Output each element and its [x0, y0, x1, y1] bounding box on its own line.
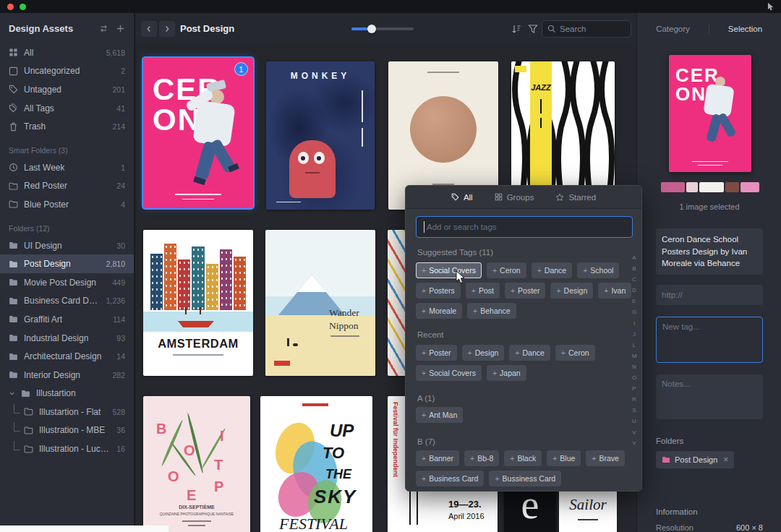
alpha-letter[interactable]: S: [630, 405, 639, 416]
tag-chip[interactable]: +Bussiness Card: [489, 471, 561, 486]
sidebar-item-untagged[interactable]: Untagged 201: [0, 80, 134, 99]
tag-chip[interactable]: +Design: [462, 345, 505, 361]
title-field[interactable]: Ceron Dance School Posters Design by Iva…: [656, 228, 763, 275]
tag-chip[interactable]: +Design: [550, 283, 593, 299]
alpha-letter[interactable]: A: [630, 252, 639, 263]
tab-groups[interactable]: Groups: [495, 193, 534, 202]
alpha-letter[interactable]: U: [630, 416, 639, 426]
poster-biotope[interactable]: B I O T O P E DIX-SEPTIÈME QUINZAINE PHO…: [143, 396, 250, 532]
alpha-letter[interactable]: C: [630, 274, 639, 285]
tab-category[interactable]: Category: [637, 25, 709, 33]
sidebar-item-trash[interactable]: Trash 214: [0, 117, 134, 136]
color-swatch[interactable]: [699, 182, 723, 192]
poster-ceron[interactable]: CER ON 1: [143, 58, 253, 208]
sidebar-item-all-tags[interactable]: All Tags 41: [0, 99, 134, 118]
tag-search-input[interactable]: [416, 216, 633, 238]
tab-all-tags[interactable]: All: [451, 193, 473, 202]
back-button[interactable]: [141, 21, 157, 37]
alpha-letter[interactable]: V: [630, 427, 639, 438]
tag-chip[interactable]: +Ant Man: [416, 407, 463, 423]
sidebar-folder-post-design[interactable]: Post Design 2,810: [0, 254, 134, 273]
zoom-window-button[interactable]: [20, 4, 26, 10]
tag-chip[interactable]: +School: [577, 262, 619, 278]
tab-starred[interactable]: Starred: [555, 193, 596, 202]
sidebar-folder-graffiti-art[interactable]: Graffiti Art 114: [0, 310, 134, 329]
poster-wander-nippon[interactable]: Wander Nippon: [265, 230, 375, 376]
tag-chip[interactable]: +Behance: [467, 303, 516, 319]
color-swatch[interactable]: [686, 182, 698, 192]
sidebar-item-all[interactable]: All 5,618: [0, 43, 134, 62]
tag-chip[interactable]: +Business Card: [416, 471, 484, 486]
sidebar-folder-illustration-mbe[interactable]: Illustration - MBE 36: [0, 421, 134, 440]
folder-chip-post-design[interactable]: Post Design ×: [656, 451, 734, 468]
slider-knob[interactable]: [367, 25, 376, 33]
tag-chip[interactable]: +Banner: [416, 450, 459, 466]
sidebar-item-blue-poster[interactable]: Blue Poster 4: [0, 195, 134, 214]
tag-chip[interactable]: +Poster: [505, 283, 546, 299]
tag-search-field[interactable]: [416, 216, 633, 238]
filter-icon[interactable]: [528, 24, 538, 34]
tag-chip[interactable]: +Black: [504, 450, 542, 466]
color-swatch[interactable]: [725, 182, 740, 192]
alpha-letter[interactable]: N: [630, 361, 639, 372]
sort-folders-icon[interactable]: [99, 24, 108, 33]
tag-chip[interactable]: +Blue: [547, 450, 581, 466]
sidebar-folder-interior-design[interactable]: Interior Design 282: [0, 366, 134, 385]
tag-chip[interactable]: +Ceron: [487, 262, 526, 278]
tag-chip[interactable]: +Poster: [416, 345, 457, 361]
alpha-letter[interactable]: M: [630, 351, 639, 361]
tag-chip[interactable]: +Dance: [532, 262, 573, 278]
tag-chip[interactable]: +Post: [466, 283, 500, 299]
sort-icon[interactable]: [511, 24, 521, 34]
tag-chip[interactable]: +Bb-8: [464, 450, 499, 466]
search-input[interactable]: [560, 25, 622, 33]
alpha-letter[interactable]: E: [630, 296, 639, 306]
tag-chip[interactable]: +Ceron: [555, 345, 595, 361]
sidebar-item-uncategorized[interactable]: Uncategorized 2: [0, 62, 134, 81]
tag-chip[interactable]: +Social Covers: [416, 365, 482, 381]
tag-chip[interactable]: +Dance: [509, 345, 550, 361]
tag-chip[interactable]: +Japan: [487, 365, 526, 381]
alpha-letter[interactable]: O: [630, 372, 639, 383]
thumbnail-size-slider[interactable]: [351, 27, 414, 30]
alpha-letter[interactable]: B: [630, 263, 639, 274]
alpha-letter[interactable]: Y: [630, 438, 639, 449]
tag-chip[interactable]: +Moreale: [416, 303, 462, 319]
forward-button[interactable]: [159, 21, 175, 37]
sidebar-folder-illustration-luca[interactable]: Illustration - Luca... 16: [0, 439, 134, 458]
alpha-letter[interactable]: G: [630, 306, 639, 317]
chevron-down-icon[interactable]: [9, 390, 15, 397]
color-swatch[interactable]: [741, 182, 759, 192]
close-window-button[interactable]: [7, 4, 14, 10]
poster-monkey[interactable]: MONKEY: [266, 61, 375, 210]
color-swatch[interactable]: [661, 182, 685, 192]
sidebar-item-last-week[interactable]: Last Week 1: [0, 158, 134, 177]
selected-image-thumbnail[interactable]: CER ON: [669, 55, 751, 172]
tag-chip[interactable]: +Posters: [416, 283, 461, 299]
tab-selection[interactable]: Selection: [709, 25, 781, 33]
url-field[interactable]: [656, 285, 763, 305]
sidebar-folder-movie-post-design[interactable]: Movie Post Design 449: [0, 273, 134, 292]
alpha-letter[interactable]: R: [630, 394, 639, 405]
alpha-letter[interactable]: D: [630, 285, 639, 296]
tag-chip[interactable]: +Ivan: [598, 283, 631, 299]
tag-chip[interactable]: +Brave: [586, 450, 625, 466]
sidebar-folder-industrial-design[interactable]: Industrial Design 93: [0, 329, 134, 348]
poster-sky-festival[interactable]: UP TO THE SKY FESTIVAL: [260, 396, 372, 532]
tag-chip-social-covers[interactable]: +Social Covers: [416, 262, 482, 278]
sidebar-folder-business-card-design[interactable]: Business Card Design 1,236: [0, 292, 134, 311]
poster-amsterdam[interactable]: AMSTERDAM: [143, 230, 253, 376]
search-box[interactable]: [542, 20, 631, 38]
alpha-letter[interactable]: J: [630, 329, 639, 340]
sidebar-folder-ui-design[interactable]: UI Design 30: [0, 236, 134, 255]
notes-field[interactable]: [656, 374, 763, 419]
sidebar-folder-illustartion[interactable]: Illustartion: [0, 385, 134, 403]
sidebar-item-red-poster[interactable]: Red Poster 24: [0, 177, 134, 196]
remove-folder-icon[interactable]: ×: [723, 455, 728, 465]
alpha-letter[interactable]: I: [630, 318, 639, 329]
sidebar-folder-illustartion-flat[interactable]: Illustartion - Flat 528: [0, 403, 134, 421]
add-folder-icon[interactable]: [116, 24, 125, 33]
sidebar-folder-architectural-design[interactable]: Architectural Design 14: [0, 347, 134, 366]
alpha-letter[interactable]: L: [630, 340, 639, 351]
new-tag-field[interactable]: [656, 317, 763, 363]
